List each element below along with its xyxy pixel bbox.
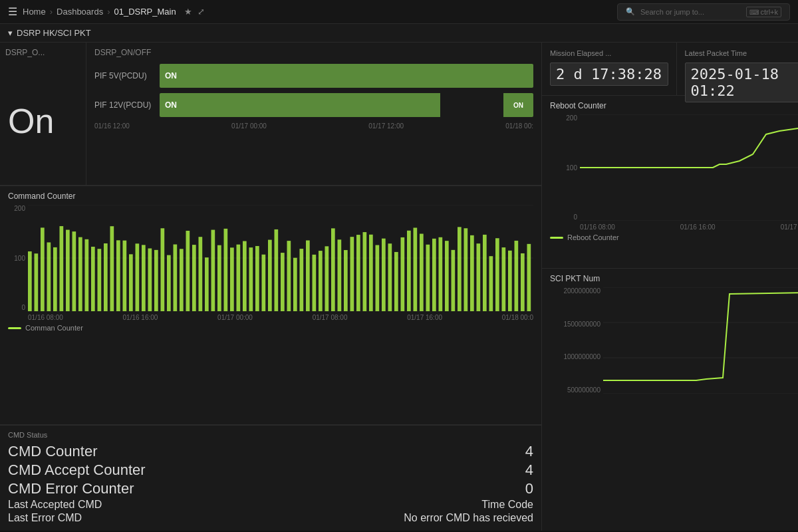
reboot-x2: 01/17 0 xyxy=(781,223,798,231)
cmd-accept-row: CMD Accept Counter 4 xyxy=(8,462,533,479)
svg-rect-3 xyxy=(28,251,32,311)
svg-rect-6 xyxy=(47,242,51,311)
svg-rect-70 xyxy=(452,250,456,311)
svg-rect-69 xyxy=(445,241,449,311)
collapse-icon[interactable]: ▾ xyxy=(8,28,13,38)
svg-rect-33 xyxy=(217,245,221,311)
cmd-y100: 100 xyxy=(14,255,25,262)
pif12v-gap xyxy=(440,93,504,117)
svg-rect-59 xyxy=(382,239,386,311)
reboot-x0: 01/16 08:00 xyxy=(580,223,615,231)
svg-rect-17 xyxy=(116,240,120,311)
pif5v-bar: ON xyxy=(160,64,533,88)
sci-y2000: 2000000000 xyxy=(563,287,600,295)
svg-rect-10 xyxy=(72,231,76,311)
breadcrumb-home[interactable]: Home xyxy=(23,7,46,17)
svg-rect-41 xyxy=(268,240,272,311)
last-accepted-value: Time Code xyxy=(481,499,533,511)
svg-rect-4 xyxy=(35,253,39,311)
svg-rect-45 xyxy=(293,258,297,311)
cmd-x4: 01/17 16:00 xyxy=(407,314,442,321)
svg-rect-34 xyxy=(224,229,228,311)
sci-pkt-panel: SCI PKT Num 2000000000 1500000000 100000… xyxy=(542,269,798,531)
sci-pkt-svg xyxy=(603,287,798,394)
svg-rect-28 xyxy=(186,231,190,311)
svg-rect-74 xyxy=(477,243,481,311)
svg-rect-49 xyxy=(319,251,323,311)
pif12v-on1: ON xyxy=(160,93,440,117)
svg-rect-63 xyxy=(407,231,411,311)
search-shortcut: ⌨ ctrl+k xyxy=(746,7,781,17)
cmd-x5: 01/18 00:0 xyxy=(502,314,533,321)
search-bar[interactable]: 🔍 Search or jump to... ⌨ ctrl+k xyxy=(617,3,790,21)
last-error-label: Last Error CMD xyxy=(8,512,82,524)
cmd-error-row: CMD Error Counter 0 xyxy=(8,480,533,497)
pif12v-label: PIF 12V(PCDU) xyxy=(94,100,154,110)
time-tick-1: 01/17 00:00 xyxy=(231,122,267,130)
svg-rect-43 xyxy=(281,253,285,311)
pif12v-on2: ON xyxy=(503,93,533,117)
svg-rect-61 xyxy=(394,252,398,311)
svg-rect-57 xyxy=(369,235,373,311)
reboot-x1: 01/16 16:00 xyxy=(680,223,716,231)
cmd-y200: 200 xyxy=(14,205,25,212)
cmd-legend-label: Comman Counter xyxy=(25,324,83,332)
svg-rect-62 xyxy=(401,237,405,311)
metrics-row: Mission Elapsed ... 2 d 17:38:28 Latest … xyxy=(542,43,798,96)
reboot-counter-panel: Reboot Counter 200 100 0 01/16 08:00 01/… xyxy=(542,96,798,269)
svg-rect-22 xyxy=(148,249,152,311)
onoff-title: DSRP_ON/OFF xyxy=(94,48,533,57)
left-panel: DSRP_O... On DSRP_ON/OFF PIF 5V(PCDU) ON… xyxy=(0,43,542,531)
topbar: ☰ Home › Dashboards › 01_DSRP_Main ★ ⤢ 🔍… xyxy=(0,0,798,24)
svg-rect-60 xyxy=(388,243,392,311)
svg-rect-64 xyxy=(414,227,418,311)
sci-pkt-title: SCI PKT Num xyxy=(550,274,798,283)
cmd-counter-row: CMD Counter 4 xyxy=(8,443,533,460)
reboot-y0: 0 xyxy=(573,213,577,221)
cmd-status-title: CMD Status xyxy=(8,431,533,439)
svg-rect-19 xyxy=(129,254,133,311)
last-error-row: Last Error CMD No error CMD has recieved xyxy=(8,512,533,524)
cmd-x3: 01/17 08:00 xyxy=(313,314,348,321)
section-title: DSRP HK/SCI PKT xyxy=(17,28,91,38)
svg-rect-18 xyxy=(123,241,127,311)
pif5v-status: ON xyxy=(165,71,177,80)
breadcrumb-sep2: › xyxy=(107,7,110,17)
menu-icon[interactable]: ☰ xyxy=(8,5,17,18)
svg-rect-16 xyxy=(110,226,114,311)
svg-rect-79 xyxy=(508,251,512,311)
last-accepted-label: Last Accepted CMD xyxy=(8,499,102,511)
svg-rect-39 xyxy=(255,246,259,311)
cmd-x1: 01/16 16:00 xyxy=(123,314,158,321)
breadcrumb-sep1: › xyxy=(50,7,53,17)
svg-rect-7 xyxy=(53,247,57,311)
svg-rect-20 xyxy=(136,243,140,311)
svg-rect-42 xyxy=(275,229,279,311)
cmd-chart-container: 200 100 0 01/16 08:00 xyxy=(8,205,533,332)
svg-rect-27 xyxy=(180,249,184,311)
svg-rect-76 xyxy=(489,256,493,311)
svg-rect-52 xyxy=(338,239,342,311)
pif5v-row: PIF 5V(PCDU) ON xyxy=(94,64,533,88)
cmd-counter-svg xyxy=(28,205,533,311)
search-text: Search or jump to... xyxy=(640,8,704,16)
svg-rect-15 xyxy=(104,243,108,311)
svg-rect-48 xyxy=(313,255,317,311)
breadcrumb-dashboards[interactable]: Dashboards xyxy=(57,7,103,17)
svg-rect-51 xyxy=(331,228,335,311)
star-icon[interactable]: ★ xyxy=(184,7,192,17)
svg-rect-38 xyxy=(249,247,253,311)
svg-rect-50 xyxy=(325,246,329,311)
onoff-time-axis: 01/16 12:00 01/17 00:00 01/17 12:00 01/1… xyxy=(94,122,533,130)
svg-rect-71 xyxy=(458,227,462,311)
cmd-error-value: 0 xyxy=(525,480,533,497)
cmd-legend-line xyxy=(8,327,21,329)
svg-rect-25 xyxy=(167,255,171,311)
svg-rect-26 xyxy=(174,245,178,311)
svg-rect-78 xyxy=(502,247,506,311)
svg-rect-11 xyxy=(78,237,82,311)
share-icon[interactable]: ⤢ xyxy=(198,7,205,17)
svg-rect-5 xyxy=(41,227,45,311)
reboot-y100: 100 xyxy=(566,164,577,172)
mission-elapsed-value: 2 d 17:38:28 xyxy=(550,63,668,86)
